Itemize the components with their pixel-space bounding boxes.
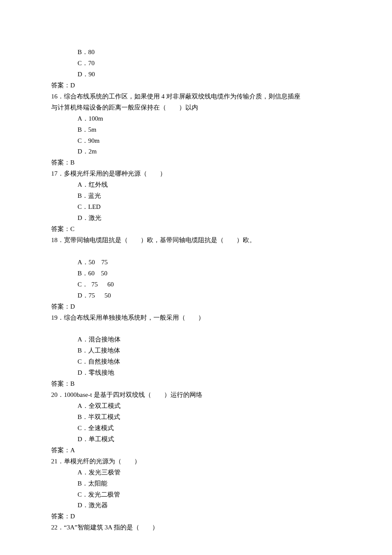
text-line: B．太阳能 xyxy=(51,478,341,489)
text-line: D．激光器 xyxy=(51,500,341,511)
text-line: 答案：D xyxy=(51,511,341,522)
text-line: B．60 50 xyxy=(51,268,341,279)
text-line: B．5m xyxy=(51,124,341,136)
text-line: D．2m xyxy=(51,146,341,157)
text-line: C． 75 60 xyxy=(51,279,341,290)
text-line: 17．多模光纤采用的是哪种光源（ ） xyxy=(51,168,341,179)
text-line: 答案：B xyxy=(51,157,341,168)
text-line: 答案：C xyxy=(51,224,341,235)
text-line: 16．综合布线系统的工作区，如果使用 4 对非屏蔽双绞线电缆作为传输介质，则信息… xyxy=(51,91,341,102)
text-line: 18．宽带同轴电缆阻抗是（ ）欧，基带同轴电缆阻抗是（ ）欧。 xyxy=(51,235,341,246)
text-line: B．半双工模式 xyxy=(51,412,341,423)
text-line: 答案：A xyxy=(51,445,341,456)
text-line: D．75 50 xyxy=(51,290,341,301)
text-line: D．单工模式 xyxy=(51,434,341,445)
text-line: 与计算机终端设备的距离一般应保持在（ ）以内 xyxy=(51,102,341,113)
text-line: B．80 xyxy=(51,47,341,58)
text-line: A．发光三极管 xyxy=(51,467,341,478)
text-line: 21．单模光纤的光源为（ ） xyxy=(51,456,341,467)
text-line: C．发光二极管 xyxy=(51,489,341,500)
text-line: 答案：D xyxy=(51,80,341,91)
text-line: A．50 75 xyxy=(51,257,341,268)
text-line: 答案：D xyxy=(51,301,341,312)
text-line: A．混合接地体 xyxy=(51,334,341,345)
text-line: D．90 xyxy=(51,69,341,80)
text-line: 答案：B xyxy=(51,379,341,390)
text-line: 19．综合布线采用单独接地系统时，一般采用（ ） xyxy=(51,312,341,324)
text-line: 22．“3A”智能建筑 3A 指的是（ ） xyxy=(51,522,341,533)
text-line: C．70 xyxy=(51,58,341,69)
text-line: 20．1000base-t 是基于四对双绞线（ ）运行的网络 xyxy=(51,390,341,401)
text-line: D．零线接地 xyxy=(51,367,341,379)
text-line: C．自然接地体 xyxy=(51,356,341,367)
text-line: B．蓝光 xyxy=(51,191,341,202)
text-line xyxy=(51,323,341,334)
text-line: C．LED xyxy=(51,202,341,213)
text-line: D．激光 xyxy=(51,213,341,224)
text-line: A．红外线 xyxy=(51,179,341,191)
text-line: B．人工接地体 xyxy=(51,345,341,356)
text-line: C．90m xyxy=(51,136,341,147)
text-line: C．全速模式 xyxy=(51,423,341,434)
text-line: A．100m xyxy=(51,113,341,124)
text-line: A．全双工模式 xyxy=(51,401,341,412)
text-line xyxy=(51,246,341,257)
